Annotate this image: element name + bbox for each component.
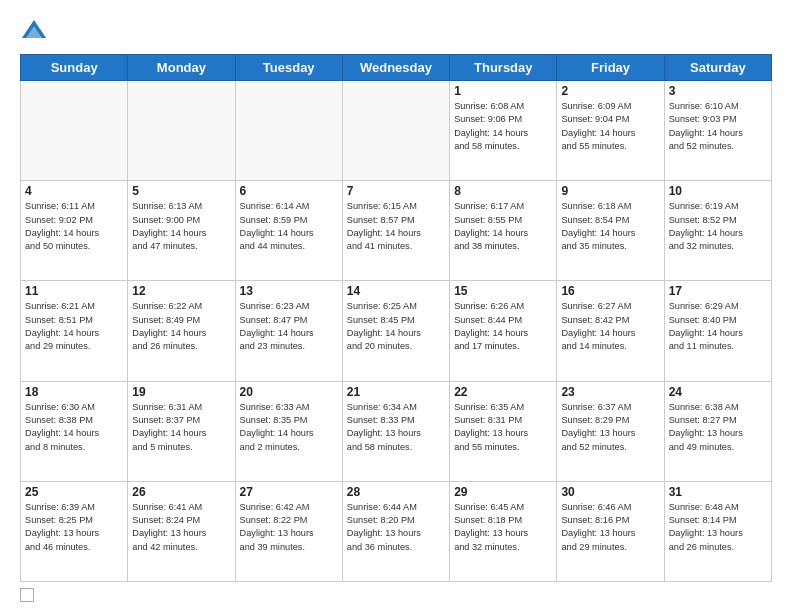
- calendar-day-cell: 21Sunrise: 6:34 AMSunset: 8:33 PMDayligh…: [342, 381, 449, 481]
- calendar-day-cell: 17Sunrise: 6:29 AMSunset: 8:40 PMDayligh…: [664, 281, 771, 381]
- calendar-day-cell: [235, 81, 342, 181]
- day-number: 8: [454, 184, 552, 198]
- calendar-day-cell: 8Sunrise: 6:17 AMSunset: 8:55 PMDaylight…: [450, 181, 557, 281]
- day-number: 20: [240, 385, 338, 399]
- weekday-header: Friday: [557, 55, 664, 81]
- day-number: 26: [132, 485, 230, 499]
- day-number: 1: [454, 84, 552, 98]
- day-number: 21: [347, 385, 445, 399]
- calendar-day-cell: 2Sunrise: 6:09 AMSunset: 9:04 PMDaylight…: [557, 81, 664, 181]
- day-info: Sunrise: 6:19 AMSunset: 8:52 PMDaylight:…: [669, 200, 767, 253]
- day-number: 24: [669, 385, 767, 399]
- calendar-day-cell: 23Sunrise: 6:37 AMSunset: 8:29 PMDayligh…: [557, 381, 664, 481]
- calendar-day-cell: 28Sunrise: 6:44 AMSunset: 8:20 PMDayligh…: [342, 481, 449, 581]
- day-number: 11: [25, 284, 123, 298]
- weekday-header: Saturday: [664, 55, 771, 81]
- day-number: 15: [454, 284, 552, 298]
- calendar-day-cell: 5Sunrise: 6:13 AMSunset: 9:00 PMDaylight…: [128, 181, 235, 281]
- day-info: Sunrise: 6:10 AMSunset: 9:03 PMDaylight:…: [669, 100, 767, 153]
- calendar-body: 1Sunrise: 6:08 AMSunset: 9:06 PMDaylight…: [21, 81, 772, 582]
- day-number: 30: [561, 485, 659, 499]
- header: [20, 16, 772, 44]
- day-number: 23: [561, 385, 659, 399]
- day-number: 9: [561, 184, 659, 198]
- day-info: Sunrise: 6:25 AMSunset: 8:45 PMDaylight:…: [347, 300, 445, 353]
- day-info: Sunrise: 6:22 AMSunset: 8:49 PMDaylight:…: [132, 300, 230, 353]
- calendar-day-cell: 31Sunrise: 6:48 AMSunset: 8:14 PMDayligh…: [664, 481, 771, 581]
- day-info: Sunrise: 6:39 AMSunset: 8:25 PMDaylight:…: [25, 501, 123, 554]
- calendar-day-cell: 15Sunrise: 6:26 AMSunset: 8:44 PMDayligh…: [450, 281, 557, 381]
- day-info: Sunrise: 6:37 AMSunset: 8:29 PMDaylight:…: [561, 401, 659, 454]
- calendar-day-cell: 11Sunrise: 6:21 AMSunset: 8:51 PMDayligh…: [21, 281, 128, 381]
- day-info: Sunrise: 6:29 AMSunset: 8:40 PMDaylight:…: [669, 300, 767, 353]
- calendar-day-cell: 3Sunrise: 6:10 AMSunset: 9:03 PMDaylight…: [664, 81, 771, 181]
- day-info: Sunrise: 6:31 AMSunset: 8:37 PMDaylight:…: [132, 401, 230, 454]
- day-info: Sunrise: 6:11 AMSunset: 9:02 PMDaylight:…: [25, 200, 123, 253]
- calendar-day-cell: 19Sunrise: 6:31 AMSunset: 8:37 PMDayligh…: [128, 381, 235, 481]
- calendar-day-cell: 12Sunrise: 6:22 AMSunset: 8:49 PMDayligh…: [128, 281, 235, 381]
- calendar-day-cell: 16Sunrise: 6:27 AMSunset: 8:42 PMDayligh…: [557, 281, 664, 381]
- logo: [20, 16, 54, 44]
- day-number: 31: [669, 485, 767, 499]
- calendar-day-cell: 25Sunrise: 6:39 AMSunset: 8:25 PMDayligh…: [21, 481, 128, 581]
- day-info: Sunrise: 6:46 AMSunset: 8:16 PMDaylight:…: [561, 501, 659, 554]
- day-info: Sunrise: 6:13 AMSunset: 9:00 PMDaylight:…: [132, 200, 230, 253]
- day-info: Sunrise: 6:26 AMSunset: 8:44 PMDaylight:…: [454, 300, 552, 353]
- day-number: 25: [25, 485, 123, 499]
- calendar-day-cell: 7Sunrise: 6:15 AMSunset: 8:57 PMDaylight…: [342, 181, 449, 281]
- day-info: Sunrise: 6:14 AMSunset: 8:59 PMDaylight:…: [240, 200, 338, 253]
- calendar-day-cell: 20Sunrise: 6:33 AMSunset: 8:35 PMDayligh…: [235, 381, 342, 481]
- calendar-day-cell: 14Sunrise: 6:25 AMSunset: 8:45 PMDayligh…: [342, 281, 449, 381]
- day-info: Sunrise: 6:38 AMSunset: 8:27 PMDaylight:…: [669, 401, 767, 454]
- calendar-day-cell: 24Sunrise: 6:38 AMSunset: 8:27 PMDayligh…: [664, 381, 771, 481]
- day-number: 2: [561, 84, 659, 98]
- calendar-day-cell: 26Sunrise: 6:41 AMSunset: 8:24 PMDayligh…: [128, 481, 235, 581]
- calendar-week-row: 25Sunrise: 6:39 AMSunset: 8:25 PMDayligh…: [21, 481, 772, 581]
- day-number: 27: [240, 485, 338, 499]
- day-number: 19: [132, 385, 230, 399]
- calendar-week-row: 11Sunrise: 6:21 AMSunset: 8:51 PMDayligh…: [21, 281, 772, 381]
- day-info: Sunrise: 6:21 AMSunset: 8:51 PMDaylight:…: [25, 300, 123, 353]
- day-info: Sunrise: 6:44 AMSunset: 8:20 PMDaylight:…: [347, 501, 445, 554]
- calendar-week-row: 4Sunrise: 6:11 AMSunset: 9:02 PMDaylight…: [21, 181, 772, 281]
- calendar-table: SundayMondayTuesdayWednesdayThursdayFrid…: [20, 54, 772, 582]
- daylight-box-icon: [20, 588, 34, 602]
- day-number: 17: [669, 284, 767, 298]
- day-info: Sunrise: 6:45 AMSunset: 8:18 PMDaylight:…: [454, 501, 552, 554]
- calendar-day-cell: 18Sunrise: 6:30 AMSunset: 8:38 PMDayligh…: [21, 381, 128, 481]
- day-info: Sunrise: 6:41 AMSunset: 8:24 PMDaylight:…: [132, 501, 230, 554]
- weekday-row: SundayMondayTuesdayWednesdayThursdayFrid…: [21, 55, 772, 81]
- weekday-header: Sunday: [21, 55, 128, 81]
- day-number: 5: [132, 184, 230, 198]
- calendar-day-cell: 6Sunrise: 6:14 AMSunset: 8:59 PMDaylight…: [235, 181, 342, 281]
- weekday-header: Monday: [128, 55, 235, 81]
- day-info: Sunrise: 6:15 AMSunset: 8:57 PMDaylight:…: [347, 200, 445, 253]
- day-info: Sunrise: 6:27 AMSunset: 8:42 PMDaylight:…: [561, 300, 659, 353]
- day-info: Sunrise: 6:34 AMSunset: 8:33 PMDaylight:…: [347, 401, 445, 454]
- logo-icon: [20, 16, 48, 44]
- calendar-day-cell: 10Sunrise: 6:19 AMSunset: 8:52 PMDayligh…: [664, 181, 771, 281]
- day-info: Sunrise: 6:17 AMSunset: 8:55 PMDaylight:…: [454, 200, 552, 253]
- weekday-header: Thursday: [450, 55, 557, 81]
- calendar-day-cell: 13Sunrise: 6:23 AMSunset: 8:47 PMDayligh…: [235, 281, 342, 381]
- calendar-day-cell: [128, 81, 235, 181]
- day-info: Sunrise: 6:35 AMSunset: 8:31 PMDaylight:…: [454, 401, 552, 454]
- day-info: Sunrise: 6:42 AMSunset: 8:22 PMDaylight:…: [240, 501, 338, 554]
- calendar-day-cell: [342, 81, 449, 181]
- day-number: 16: [561, 284, 659, 298]
- day-number: 3: [669, 84, 767, 98]
- day-number: 12: [132, 284, 230, 298]
- day-number: 22: [454, 385, 552, 399]
- day-info: Sunrise: 6:18 AMSunset: 8:54 PMDaylight:…: [561, 200, 659, 253]
- weekday-header: Wednesday: [342, 55, 449, 81]
- calendar-day-cell: 4Sunrise: 6:11 AMSunset: 9:02 PMDaylight…: [21, 181, 128, 281]
- day-number: 7: [347, 184, 445, 198]
- day-info: Sunrise: 6:30 AMSunset: 8:38 PMDaylight:…: [25, 401, 123, 454]
- calendar-header: SundayMondayTuesdayWednesdayThursdayFrid…: [21, 55, 772, 81]
- day-number: 14: [347, 284, 445, 298]
- day-info: Sunrise: 6:33 AMSunset: 8:35 PMDaylight:…: [240, 401, 338, 454]
- calendar-day-cell: 29Sunrise: 6:45 AMSunset: 8:18 PMDayligh…: [450, 481, 557, 581]
- day-number: 6: [240, 184, 338, 198]
- calendar-day-cell: 27Sunrise: 6:42 AMSunset: 8:22 PMDayligh…: [235, 481, 342, 581]
- day-number: 10: [669, 184, 767, 198]
